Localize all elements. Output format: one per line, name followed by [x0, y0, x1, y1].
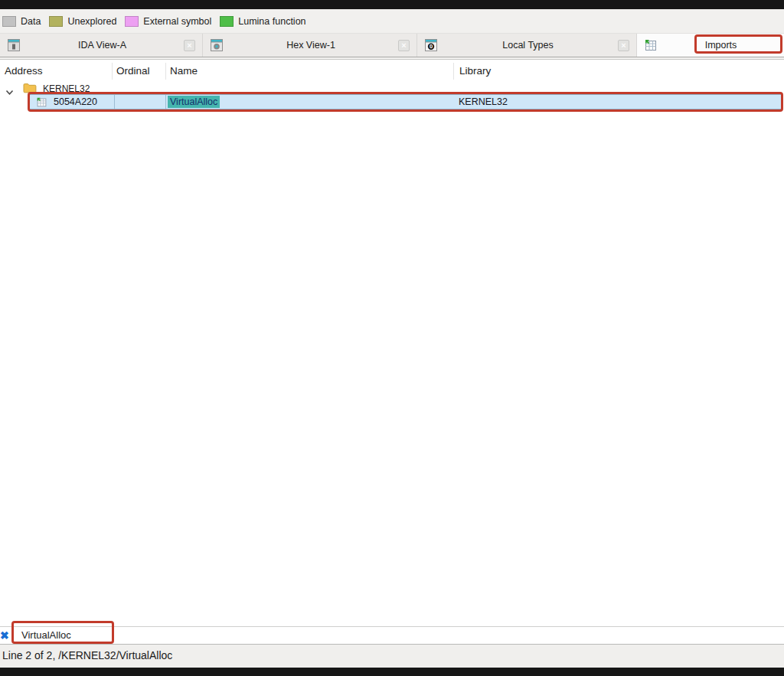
external-symbol-color-swatch: [125, 16, 139, 27]
cell-name-highlighted: VirtualAlloc: [168, 96, 220, 108]
tab-label: Hex View-1: [224, 40, 398, 51]
local-types-glyph: 0: [430, 43, 433, 50]
cell-library: KERNEL32: [459, 96, 508, 107]
clear-filter-icon[interactable]: ✖: [0, 629, 9, 642]
lumina-function-color-swatch: [220, 16, 234, 27]
unexplored-color-swatch: [49, 16, 63, 27]
column-header-library[interactable]: Library: [459, 60, 491, 83]
tab-imports[interactable]: Imports: [637, 34, 784, 57]
legend-item-data: Data: [2, 16, 41, 27]
legend-label: Unexplored: [67, 16, 116, 27]
row-grid-line: [114, 95, 115, 109]
close-icon[interactable]: ×: [184, 40, 195, 51]
color-legend-bar: Data Unexplored External symbol Lumina f…: [0, 9, 784, 34]
column-header-ordinal[interactable]: Ordinal: [116, 60, 150, 83]
tab-label: Imports: [658, 40, 784, 51]
legend-label: External symbol: [143, 16, 211, 27]
tab-label: IDA View-A: [21, 40, 184, 51]
tab-label: Local Types: [438, 40, 618, 51]
imports-icon: [644, 38, 658, 52]
column-divider: [165, 63, 166, 80]
tab-hex-view-1[interactable]: Hex View-1 ×: [203, 34, 417, 57]
column-header-address[interactable]: Address: [5, 60, 43, 83]
column-divider: [112, 63, 113, 80]
legend-label: Data: [21, 16, 41, 27]
legend-label: Lumina function: [238, 16, 305, 27]
table-row-virtualalloc[interactable]: 5054A220 VirtualAlloc KERNEL32: [30, 94, 781, 109]
local-types-icon: 0: [424, 38, 438, 52]
row-grid-line: [165, 95, 166, 109]
ida-view-icon: [7, 38, 21, 52]
cell-address: 5054A220: [54, 96, 97, 107]
view-tab-bar: IDA View-A × Hex View-1 ×: [0, 34, 784, 57]
import-entry-icon: [35, 96, 48, 111]
legend-item-lumina-function: Lumina function: [220, 16, 305, 27]
data-color-swatch: [2, 16, 16, 27]
legend-item-external-symbol: External symbol: [125, 16, 211, 27]
imports-table-header: Address Ordinal Name Library: [0, 60, 784, 83]
hex-view-icon: [210, 38, 224, 52]
status-text: Line 2 of 2, /KERNEL32/VirtualAlloc: [2, 645, 172, 667]
ida-window: Data Unexplored External symbol Lumina f…: [0, 9, 784, 668]
column-divider: [453, 63, 454, 80]
close-icon[interactable]: ×: [398, 40, 410, 51]
filter-input[interactable]: [12, 627, 781, 643]
quick-filter-bar: ✖: [0, 626, 784, 643]
close-icon[interactable]: ×: [618, 40, 629, 51]
group-label: KERNEL32: [43, 83, 90, 94]
tree-group-row-kernel32[interactable]: KERNEL32: [0, 83, 784, 95]
tab-ida-view-a[interactable]: IDA View-A ×: [0, 34, 203, 57]
status-bar: Line 2 of 2, /KERNEL32/VirtualAlloc: [0, 644, 784, 668]
screenshot-stage: Data Unexplored External symbol Lumina f…: [0, 0, 784, 676]
chevron-down-icon[interactable]: [5, 85, 14, 99]
tab-local-types[interactable]: 0 Local Types ×: [417, 34, 637, 57]
legend-item-unexplored: Unexplored: [49, 16, 116, 27]
column-header-name[interactable]: Name: [170, 60, 198, 83]
